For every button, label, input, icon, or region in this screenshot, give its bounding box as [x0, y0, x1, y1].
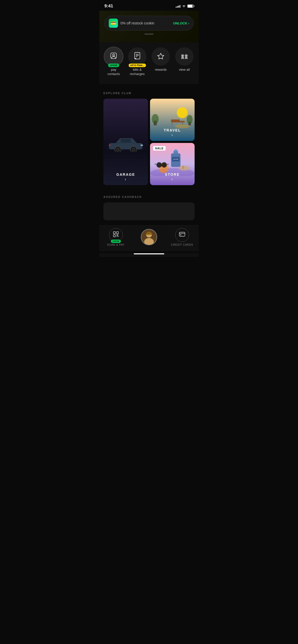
- svg-rect-38: [174, 150, 177, 152]
- svg-point-42: [162, 162, 167, 167]
- svg-point-33: [187, 115, 193, 124]
- home-avatar-circle: [141, 229, 157, 245]
- nav-credit-cards[interactable]: CREDIT CARDS: [171, 228, 194, 246]
- svg-point-41: [157, 162, 161, 167]
- svg-rect-49: [116, 232, 118, 234]
- credit-cards-icon: [179, 232, 185, 238]
- action-circle-viewall: [175, 47, 194, 66]
- nav-home[interactable]: [138, 229, 160, 245]
- garage-bg: GARAGE ›: [103, 99, 148, 185]
- promo-section: 💳 0% off restock cookin UNLOCK ›: [99, 11, 199, 42]
- svg-point-31: [152, 114, 159, 124]
- wifi-icon: [182, 4, 186, 8]
- status-time: 9:41: [104, 4, 113, 9]
- quick-actions: OFFER paycontacts UPTO ₹500... bills &re…: [99, 42, 199, 84]
- rewards-label: rewards: [155, 68, 167, 72]
- svg-rect-17: [121, 139, 131, 143]
- scan-pay-label: SCAN & PAY: [107, 243, 125, 246]
- store-label: STORE ›: [150, 172, 195, 182]
- nav-scan-pay[interactable]: OFFER SCAN & PAY: [104, 228, 127, 246]
- view-all-label: view all: [179, 68, 190, 72]
- scan-pay-icon: [113, 231, 119, 239]
- svg-rect-61: [180, 235, 181, 235]
- bills-icon: [134, 52, 141, 61]
- action-view-all[interactable]: view all: [174, 47, 195, 72]
- promo-text: 0% off restock cookin: [120, 21, 170, 25]
- svg-rect-27: [171, 119, 180, 121]
- cashback-title: ASSURED CASHBACK: [103, 195, 195, 198]
- action-rewards[interactable]: rewards: [151, 47, 171, 72]
- explore-grid: GARAGE ›: [103, 99, 195, 185]
- bills-label: bills &recharges: [130, 68, 145, 76]
- svg-rect-48: [113, 232, 115, 234]
- battery-icon: [187, 5, 194, 8]
- actions-row: OFFER paycontacts UPTO ₹500... bills &re…: [102, 47, 196, 76]
- svg-point-21: [132, 148, 135, 151]
- pay-contacts-label: paycontacts: [107, 68, 120, 76]
- promo-banner[interactable]: 💳 0% off restock cookin UNLOCK ›: [104, 16, 194, 31]
- view-all-icon: [180, 52, 188, 61]
- bills-badge: UPTO ₹500...: [129, 64, 146, 67]
- garage-card[interactable]: GARAGE ›: [103, 99, 148, 185]
- action-pay-contacts[interactable]: OFFER paycontacts: [103, 47, 124, 76]
- svg-line-45: [167, 164, 169, 164]
- svg-rect-16: [109, 143, 142, 149]
- svg-point-0: [184, 7, 184, 7]
- cashback-card: [103, 202, 195, 220]
- credit-cards-label: CREDIT CARDS: [171, 243, 193, 246]
- signal-icon: [176, 5, 180, 8]
- svg-point-9: [182, 55, 183, 56]
- svg-rect-50: [113, 235, 115, 237]
- svg-point-23: [109, 144, 111, 146]
- pay-contacts-icon: [110, 52, 117, 61]
- svg-point-24: [177, 107, 188, 118]
- svg-point-19: [116, 148, 120, 151]
- svg-text:ELIXIR: ELIXIR: [173, 158, 178, 160]
- svg-line-44: [155, 164, 156, 164]
- svg-line-28: [172, 122, 172, 125]
- promo-wallet-icon: 💳: [109, 19, 118, 28]
- credit-cards-circle: [175, 228, 189, 242]
- travel-bg: TRAVEL ›: [150, 99, 195, 141]
- unlock-button[interactable]: UNLOCK ›: [173, 21, 189, 25]
- svg-rect-59: [179, 232, 185, 236]
- action-circle-pay: OFFER: [104, 47, 123, 66]
- svg-point-13: [182, 58, 183, 58]
- svg-point-22: [140, 144, 143, 146]
- store-card[interactable]: SALE ELIXIR: [150, 143, 195, 185]
- scan-pay-circle: OFFER: [109, 228, 123, 242]
- drag-indicator: [144, 34, 154, 35]
- scan-pay-badge: OFFER: [111, 240, 121, 243]
- action-bills-recharges[interactable]: UPTO ₹500... bills &recharges: [127, 47, 147, 76]
- store-bg: SALE ELIXIR: [150, 143, 195, 185]
- pay-contacts-badge: OFFER: [108, 64, 119, 67]
- rewards-icon: [157, 52, 165, 61]
- garage-label: GARAGE ›: [103, 172, 148, 182]
- svg-rect-47: [182, 166, 184, 169]
- user-avatar: [141, 229, 157, 245]
- svg-rect-3: [134, 52, 140, 59]
- svg-point-14: [186, 58, 187, 58]
- travel-card[interactable]: TRAVEL ›: [150, 99, 195, 141]
- cashback-section: ASSURED CASHBACK: [99, 190, 199, 225]
- bottom-nav: OFFER SCAN & PAY: [99, 225, 199, 251]
- svg-point-25: [175, 124, 189, 128]
- explore-club-title: EXPLORE CLUB: [103, 92, 195, 95]
- travel-label: TRAVEL ›: [150, 128, 195, 137]
- explore-section: EXPLORE CLUB: [99, 84, 199, 190]
- action-circle-rewards: [152, 47, 170, 66]
- svg-point-10: [186, 55, 187, 56]
- action-circle-bills: UPTO ₹500...: [128, 47, 146, 66]
- status-bar: 9:41: [99, 0, 199, 11]
- status-icons: [176, 4, 194, 8]
- home-indicator: [134, 253, 164, 254]
- svg-point-2: [113, 54, 115, 56]
